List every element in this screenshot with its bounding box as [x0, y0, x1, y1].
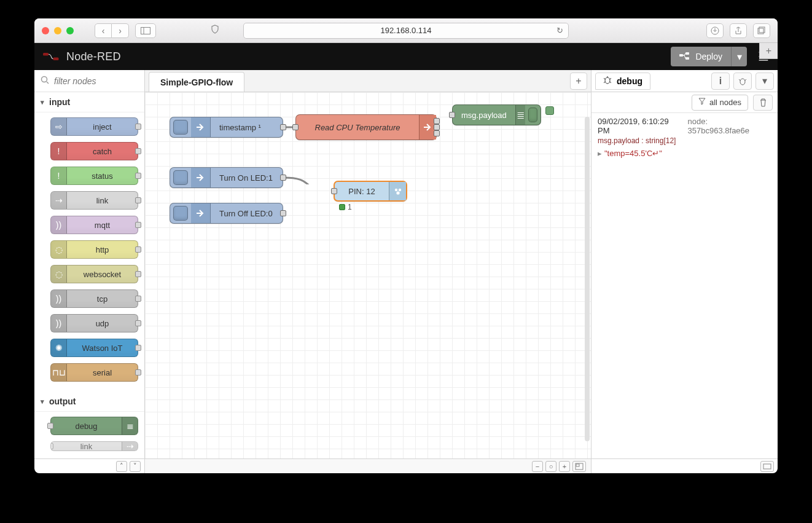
tabs-button[interactable] [753, 23, 770, 38]
palette-node-udp[interactable]: ))udp [50, 314, 138, 332]
svg-point-12 [394, 189, 397, 191]
node-inject-led-off[interactable]: Turn Off LED:0 [170, 203, 283, 224]
node-debug[interactable]: msg.payload ≣ [452, 104, 541, 125]
sidebar-expand-button[interactable] [760, 461, 774, 472]
flow-tab[interactable]: Simple-GPIO-flow [149, 72, 244, 92]
palette-filter-input[interactable] [54, 76, 138, 86]
input-port[interactable] [292, 124, 299, 130]
debug-filter-button[interactable]: all nodes [692, 95, 748, 111]
sidebar-more-button[interactable]: ▾ [755, 73, 774, 90]
palette-expand-button[interactable]: ˅ [130, 461, 141, 472]
node-type-icon: ≣ [122, 417, 138, 435]
node-status-text: 1 [348, 203, 352, 211]
output-port[interactable] [434, 118, 440, 124]
debug-msg-meta: 09/02/2019, 6:10:29 PM node: 357bc963.8f… [598, 117, 771, 135]
output-port[interactable] [280, 175, 286, 181]
svg-rect-3 [759, 27, 765, 33]
palette-node-serial[interactable]: ⊓⊔serial [50, 363, 138, 382]
output-port[interactable] [280, 124, 286, 130]
vertical-scrollbar[interactable] [585, 117, 590, 441]
palette-node-debug[interactable]: debug≣ [50, 417, 138, 435]
zoom-icon[interactable] [66, 27, 74, 34]
inject-trigger-button[interactable] [173, 120, 188, 135]
zoom-in-button[interactable]: + [559, 461, 570, 472]
debug-messages: 09/02/2019, 6:10:29 PM node: 357bc963.8f… [591, 113, 778, 458]
window-controls [42, 27, 74, 34]
sidebar-debug-button[interactable] [733, 73, 752, 90]
zoom-reset-button[interactable]: ○ [545, 461, 556, 472]
svg-rect-16 [576, 464, 579, 466]
output-port[interactable] [434, 124, 440, 130]
nodered-logo-icon [43, 51, 61, 62]
output-port[interactable] [280, 210, 286, 216]
debug-msg-value[interactable]: ▸"temp=45.5'C↵" [598, 149, 771, 158]
palette-node-tcp[interactable]: ))tcp [50, 289, 138, 308]
node-label: Turn Off LED:0 [211, 209, 281, 218]
sidebar-toggle-button[interactable] [135, 23, 156, 38]
node-type-icon: ◌ [51, 241, 67, 258]
palette-node-mqtt[interactable]: ))mqtt [50, 216, 138, 234]
inject-trigger-button[interactable] [173, 170, 188, 185]
node-label: Read CPU Temperature [296, 123, 419, 132]
share-button[interactable] [730, 23, 747, 38]
svg-point-10 [42, 76, 47, 82]
debug-msg-node[interactable]: node: 357bc963.8fae6e [688, 117, 771, 135]
palette-port [135, 173, 141, 179]
svg-rect-7 [679, 54, 683, 57]
zoom-out-button[interactable]: − [532, 461, 543, 472]
nav-back-forward: ‹ › [95, 23, 129, 38]
new-tab-button[interactable]: + [759, 43, 778, 59]
search-icon [41, 76, 49, 87]
sidebar-info-button[interactable]: i [711, 73, 730, 90]
node-type-icon: ⇨ [51, 118, 67, 135]
node-exec-readcpu[interactable]: Read CPU Temperature [295, 114, 437, 140]
inject-trigger-button[interactable] [173, 206, 188, 221]
debug-toggle-button[interactable] [528, 108, 537, 122]
palette-node-websocket[interactable]: ◌websocket [50, 265, 138, 283]
svg-rect-6 [53, 58, 59, 61]
palette-collapse-button[interactable]: ˄ [116, 461, 127, 472]
input-port[interactable] [449, 112, 455, 118]
flow-canvas[interactable]: timestamp ¹ Read CPU Temperature [145, 92, 591, 458]
input-port[interactable] [331, 188, 337, 194]
deploy-button[interactable]: Deploy ▾ [671, 47, 747, 66]
palette-category-output[interactable]: ▾output [34, 391, 144, 412]
app-logo: Node-RED [43, 50, 121, 63]
add-flow-button[interactable]: + [570, 73, 587, 90]
svg-rect-19 [763, 464, 771, 469]
node-type-icon: ! [51, 143, 67, 160]
palette-node-link[interactable]: ⇢link [50, 191, 138, 210]
palette-node-link[interactable]: link⇢ [50, 441, 138, 451]
palette-node-inject[interactable]: ⇨inject [50, 117, 138, 136]
back-button[interactable]: ‹ [95, 23, 112, 38]
debug-clear-button[interactable] [753, 95, 773, 111]
svg-line-11 [47, 82, 49, 84]
address-bar[interactable]: 192.168.0.114 ↻ [243, 23, 569, 39]
chevron-down-icon: ▾ [41, 98, 44, 106]
palette-node-label: udp [67, 319, 138, 328]
node-gpio-pin[interactable]: PIN: 12 [334, 181, 407, 202]
output-port[interactable] [434, 130, 440, 136]
close-icon[interactable] [42, 27, 49, 34]
forward-button[interactable]: › [112, 23, 129, 38]
view-navigator-button[interactable] [572, 461, 586, 472]
palette-node-http[interactable]: ◌http [50, 240, 138, 259]
node-type-icon: ✺ [51, 339, 67, 356]
palette-node-catch[interactable]: !catch [50, 142, 138, 160]
inject-icon [191, 203, 211, 223]
node-inject-led-on[interactable]: Turn On LED:1 [170, 167, 283, 188]
palette-node-label: catch [67, 147, 138, 156]
node-inject-timestamp[interactable]: timestamp ¹ [170, 117, 283, 138]
downloads-button[interactable] [706, 23, 724, 38]
workspace: Simple-GPIO-flow + timestamp ¹ [145, 70, 591, 473]
sidebar-tab-debug[interactable]: debug [595, 73, 650, 90]
flow-tabs: Simple-GPIO-flow + [145, 70, 591, 92]
palette-category-input[interactable]: ▾input [34, 92, 144, 112]
expand-icon[interactable]: ▸ [598, 149, 602, 158]
palette-node-watson-iot[interactable]: ✺Watson IoT [50, 339, 138, 357]
palette-node-status[interactable]: !status [50, 167, 138, 185]
palette-port [50, 443, 53, 449]
deploy-menu-caret[interactable]: ▾ [731, 47, 747, 66]
minimize-icon[interactable] [54, 27, 61, 34]
reload-icon[interactable]: ↻ [556, 26, 563, 35]
